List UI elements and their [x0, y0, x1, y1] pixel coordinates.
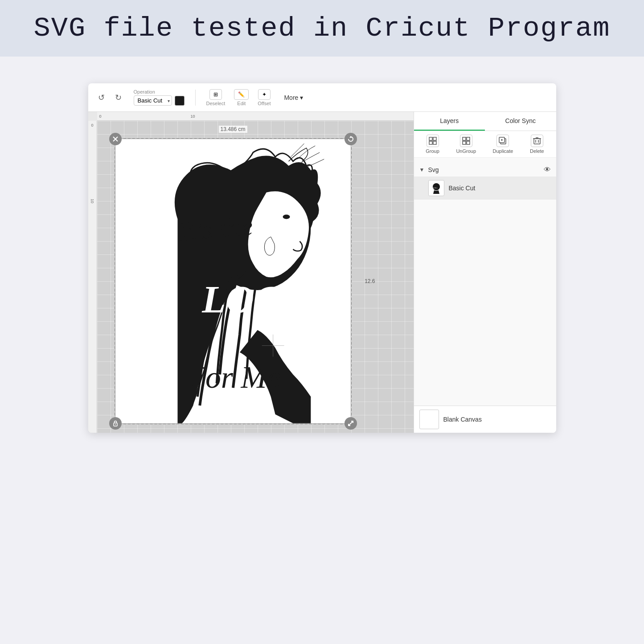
duplicate-button[interactable]: Duplicate	[493, 135, 513, 154]
edit-icon: ✏️	[238, 91, 245, 98]
deselect-icon: ⊞	[213, 91, 218, 98]
edit-label: Edit	[237, 101, 246, 106]
redo-icon: ↻	[115, 93, 122, 103]
svg-rect-27	[534, 139, 540, 144]
svg-text:LOCs: LOCs	[201, 278, 295, 321]
offset-icon: ✦	[262, 91, 267, 98]
ruler-mark-left-0: 0	[91, 123, 93, 127]
operation-select-wrapper: Basic Cut	[134, 95, 185, 106]
handle-bottom-right[interactable]	[345, 417, 357, 430]
app-window: ↺ ↻ Operation Basic Cut	[88, 83, 556, 433]
svg-rect-19	[463, 137, 466, 140]
svg-rect-14	[429, 137, 432, 140]
more-label: More	[284, 94, 298, 101]
ungroup-button[interactable]: UnGroup	[456, 135, 476, 154]
ruler-mark-left-10: 10	[90, 199, 94, 203]
group-toggle-icon: ▼	[419, 167, 425, 173]
svg-artwork: It's the LOCs For Me	[115, 139, 351, 423]
deselect-button[interactable]: ⊞	[209, 89, 222, 100]
handle-top-right[interactable]	[345, 133, 357, 145]
lock-icon	[112, 420, 119, 427]
edit-group: ✏️ Edit	[234, 89, 249, 106]
toolbar-nav: ↺ ↻	[95, 91, 125, 104]
undo-icon: ↺	[98, 93, 105, 103]
layer-item[interactable]: LOCs Basic Cut	[414, 176, 556, 200]
handle-bottom-left[interactable]	[109, 417, 122, 430]
layer-group-header[interactable]: ▼ Svg 👁	[414, 163, 556, 176]
tab-layers[interactable]: Layers	[414, 112, 485, 131]
blank-canvas-row: Blank Canvas	[414, 406, 556, 433]
svg-point-8	[283, 215, 290, 219]
ruler-top: 0 10	[97, 112, 414, 121]
layer-item-name: Basic Cut	[449, 185, 551, 192]
header-title: SVG file tested in Cricut Program	[9, 12, 635, 44]
svg-rect-22	[467, 141, 470, 144]
svg-text:LOCs: LOCs	[433, 187, 438, 189]
blank-canvas-thumbnail	[419, 410, 439, 429]
more-arrow-icon: ▾	[300, 94, 303, 101]
design-container[interactable]: 13.486 cm 12.6	[115, 139, 351, 424]
deselect-label: Deselect	[206, 101, 226, 106]
offset-group: ✦ Offset	[258, 89, 271, 106]
offset-label: Offset	[258, 101, 271, 106]
group-icon	[427, 135, 439, 147]
svg-rect-18	[429, 137, 437, 145]
edit-button[interactable]: ✏️	[234, 89, 249, 100]
group-label: Group	[426, 148, 439, 154]
dimension-right-label: 12.6	[365, 278, 375, 284]
operation-label: Operation	[134, 89, 185, 94]
duplicate-label: Duplicate	[493, 148, 513, 154]
svg-rect-20	[467, 137, 470, 140]
ungroup-label: UnGroup	[456, 148, 476, 154]
svg-rect-17	[433, 141, 436, 144]
panel-actions: Group UnGroup	[414, 131, 556, 158]
blank-canvas-label: Blank Canvas	[443, 416, 482, 423]
layers-list: ▼ Svg 👁 LOCs	[414, 158, 556, 406]
rotate-icon	[348, 136, 354, 142]
svg-point-4	[115, 424, 116, 425]
app-body: 0 10 0 10 13.486 cm	[88, 112, 556, 433]
ruler-mark-10: 10	[191, 114, 195, 119]
dimension-top-label: 13.486 cm	[218, 126, 247, 133]
svg-rect-21	[463, 141, 466, 144]
redo-button[interactable]: ↻	[112, 91, 125, 104]
layer-group-svg: ▼ Svg 👁 LOCs	[414, 163, 556, 200]
canvas-area[interactable]: 0 10 0 10 13.486 cm	[88, 112, 414, 433]
tab-color-sync[interactable]: Color Sync	[485, 112, 556, 131]
delete-icon	[531, 135, 543, 147]
visibility-icon[interactable]: 👁	[544, 166, 551, 174]
duplicate-icon	[496, 135, 509, 147]
group-button[interactable]: Group	[426, 135, 439, 154]
svg-rect-16	[429, 141, 432, 144]
toolbar: ↺ ↻ Operation Basic Cut	[88, 83, 556, 112]
svg-text:For Me: For Me	[186, 360, 280, 394]
svg-rect-15	[433, 137, 436, 140]
undo-button[interactable]: ↺	[95, 91, 108, 104]
delete-label: Delete	[530, 148, 544, 154]
svg-text:It's the: It's the	[177, 210, 254, 247]
more-button[interactable]: More ▾	[284, 94, 303, 101]
operation-select[interactable]: Basic Cut	[134, 95, 172, 106]
header-banner: SVG file tested in Cricut Program	[0, 0, 644, 57]
right-panel: Layers Color Sync	[414, 112, 556, 433]
close-icon	[112, 136, 119, 142]
ruler-mark-0: 0	[99, 114, 102, 119]
layer-thumb-svg: LOCs	[430, 181, 443, 195]
deselect-group: ⊞ Deselect	[206, 89, 226, 106]
ruler-left: 0 10	[88, 121, 97, 433]
resize-icon	[348, 420, 354, 427]
delete-button[interactable]: Delete	[530, 135, 544, 154]
operation-select-container: Basic Cut	[134, 95, 172, 106]
svg-group-name: Svg	[428, 166, 540, 173]
svg-line-5	[349, 421, 353, 426]
toolbar-divider-1	[195, 90, 196, 106]
operation-group: Operation Basic Cut	[134, 89, 185, 106]
color-swatch[interactable]	[175, 96, 185, 106]
offset-button[interactable]: ✦	[258, 89, 271, 100]
panel-tabs: Layers Color Sync	[414, 112, 556, 131]
canvas-workspace: 13.486 cm 12.6	[97, 121, 414, 433]
layer-thumbnail: LOCs	[428, 180, 444, 196]
ungroup-icon	[460, 135, 472, 147]
main-content: ↺ ↻ Operation Basic Cut	[0, 57, 644, 459]
handle-top-left[interactable]	[109, 133, 122, 145]
